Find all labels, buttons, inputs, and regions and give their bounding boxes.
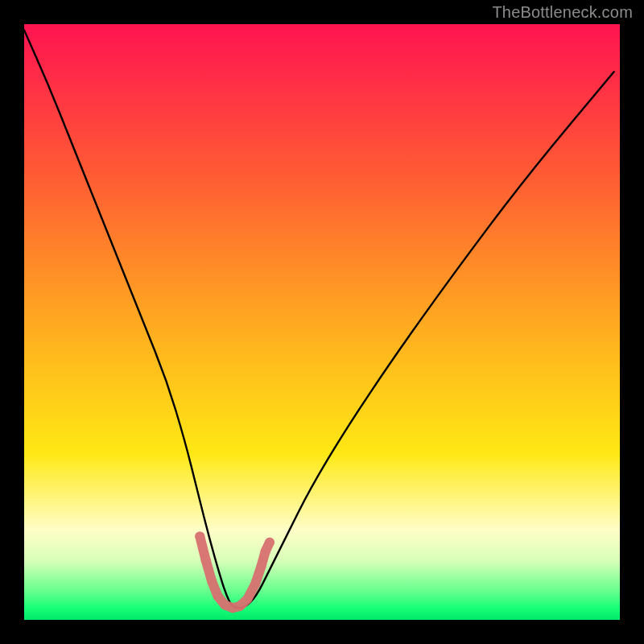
marker-dot	[265, 538, 275, 547]
marker-dot	[195, 531, 204, 541]
chart-frame: TheBottleneck.com	[0, 0, 644, 644]
marker-cluster	[195, 531, 275, 608]
marker-dot	[261, 547, 270, 556]
curve-layer	[24, 24, 620, 620]
marker-dot	[201, 555, 211, 565]
plot-area	[24, 24, 620, 620]
watermark-text: TheBottleneck.com	[492, 3, 633, 22]
bottleneck-curve	[24, 30, 614, 608]
